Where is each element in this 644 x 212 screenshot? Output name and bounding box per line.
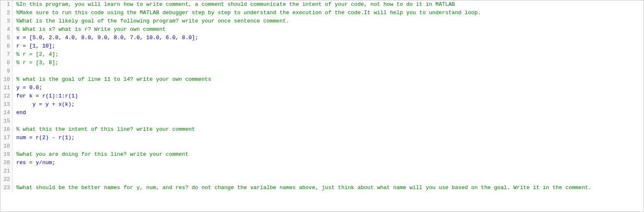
code-line: 20res = y/num; xyxy=(0,159,644,167)
line-content: %In this program, you will learn how to … xyxy=(13,0,644,9)
line-content: % r = [2, 4]; xyxy=(13,50,644,59)
code-line: 10% what is the goal of line 11 to 14? w… xyxy=(0,75,644,84)
line-number: 20 xyxy=(0,159,13,167)
line-number: 1 xyxy=(0,0,13,9)
line-number: 6 xyxy=(0,42,13,50)
code-line: 4% What is x? what is r? Write your own … xyxy=(0,25,644,34)
code-line: 2%Make sure to run this code using the M… xyxy=(0,9,644,17)
code-line: 5x = [5.0, 2.0, 4.0, 8.0, 9.0, 8.0, 7.0,… xyxy=(0,34,644,42)
code-line: 8% r = [3, 8]; xyxy=(0,59,644,67)
line-content: % what is the goal of line 11 to 14? wri… xyxy=(13,75,644,84)
line-number: 11 xyxy=(0,84,13,92)
code-line: 13 y = y + x(k); xyxy=(0,100,644,109)
code-line: 3%What is the likely goal of the followi… xyxy=(0,17,644,25)
line-number: 18 xyxy=(0,142,13,150)
line-number: 7 xyxy=(0,50,13,59)
line-content: num = r(2) - r(1); xyxy=(13,134,644,142)
line-number: 4 xyxy=(0,25,13,34)
line-content: y = 0.0; xyxy=(13,84,644,92)
code-line: 18 xyxy=(0,142,644,150)
code-line: 11y = 0.0; xyxy=(0,84,644,92)
code-line: 21 xyxy=(0,167,644,175)
line-content: x = [5.0, 2.0, 4.0, 8.0, 9.0, 8.0, 7.0, … xyxy=(13,34,644,42)
line-content: % what this the intent of this line? wri… xyxy=(13,125,644,134)
line-content: % What is x? what is r? Write your own c… xyxy=(13,25,644,34)
code-line: 19%what you are doing for this line? wri… xyxy=(0,150,644,159)
line-content: for k = r(1):1:r(1) xyxy=(13,92,644,100)
line-number: 23 xyxy=(0,184,13,192)
code-editor[interactable]: 1%In this program, you will learn how to… xyxy=(0,0,644,212)
line-number: 14 xyxy=(0,109,13,117)
line-number: 21 xyxy=(0,167,13,175)
line-content: r = [1, 10]; xyxy=(13,42,644,50)
line-content: %what you are doing for this line? write… xyxy=(13,150,644,159)
line-content: %What is the likely goal of the followin… xyxy=(13,17,644,25)
line-content: %what should be the better names for y, … xyxy=(13,184,644,192)
line-content: res = y/num; xyxy=(13,159,644,167)
line-content: end xyxy=(13,109,644,117)
code-line: 1%In this program, you will learn how to… xyxy=(0,0,644,9)
line-number: 13 xyxy=(0,100,13,109)
line-content: % r = [3, 8]; xyxy=(13,59,644,67)
line-number: 17 xyxy=(0,134,13,142)
code-line: 14end xyxy=(0,109,644,117)
line-number: 2 xyxy=(0,9,13,17)
line-number: 8 xyxy=(0,59,13,67)
line-content: %Make sure to run this code using the MA… xyxy=(13,9,644,17)
line-number: 16 xyxy=(0,125,13,134)
code-line: 17num = r(2) - r(1); xyxy=(0,134,644,142)
line-number: 22 xyxy=(0,175,13,184)
line-number: 12 xyxy=(0,92,13,100)
line-number: 3 xyxy=(0,17,13,25)
line-number: 5 xyxy=(0,34,13,42)
code-line: 12for k = r(1):1:r(1) xyxy=(0,92,644,100)
code-line: 9 xyxy=(0,67,644,75)
code-line: 23%what should be the better names for y… xyxy=(0,184,644,192)
code-line: 15 xyxy=(0,117,644,125)
line-number: 15 xyxy=(0,117,13,125)
line-number: 10 xyxy=(0,75,13,84)
line-number: 9 xyxy=(0,67,13,75)
code-line: 22 xyxy=(0,175,644,184)
line-number: 19 xyxy=(0,150,13,159)
code-line: 7% r = [2, 4]; xyxy=(0,50,644,59)
line-content: y = y + x(k); xyxy=(13,100,644,109)
code-line: 16% what this the intent of this line? w… xyxy=(0,125,644,134)
code-line: 6r = [1, 10]; xyxy=(0,42,644,50)
